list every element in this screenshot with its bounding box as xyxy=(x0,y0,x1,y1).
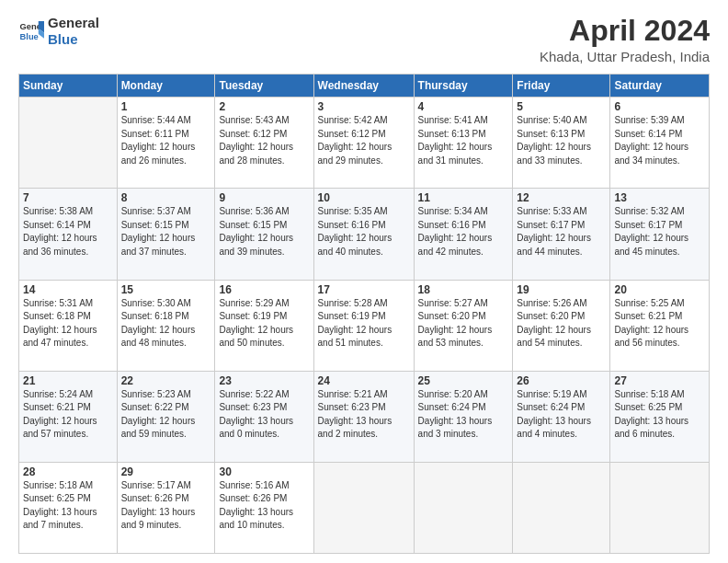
day-number: 11 xyxy=(418,191,509,204)
calendar-cell xyxy=(610,462,710,553)
day-info: Sunrise: 5:36 AM Sunset: 6:15 PM Dayligh… xyxy=(219,205,309,259)
day-info: Sunrise: 5:27 AM Sunset: 6:20 PM Dayligh… xyxy=(418,297,509,350)
col-thursday: Thursday xyxy=(414,75,513,98)
day-info: Sunrise: 5:19 AM Sunset: 6:24 PM Dayligh… xyxy=(517,388,606,442)
calendar-cell xyxy=(313,462,414,553)
calendar-week-row-2: 7Sunrise: 5:38 AM Sunset: 6:14 PM Daylig… xyxy=(19,189,710,280)
day-info: Sunrise: 5:24 AM Sunset: 6:21 PM Dayligh… xyxy=(23,388,113,442)
day-number: 30 xyxy=(219,465,309,478)
day-info: Sunrise: 5:35 AM Sunset: 6:16 PM Dayligh… xyxy=(318,205,410,259)
day-info: Sunrise: 5:26 AM Sunset: 6:20 PM Dayligh… xyxy=(517,297,606,350)
calendar-cell xyxy=(513,462,610,553)
day-info: Sunrise: 5:22 AM Sunset: 6:23 PM Dayligh… xyxy=(219,388,309,442)
subtitle: Khada, Uttar Pradesh, India xyxy=(540,49,710,64)
calendar-cell: 21Sunrise: 5:24 AM Sunset: 6:21 PM Dayli… xyxy=(19,371,118,462)
day-number: 26 xyxy=(517,374,606,387)
day-info: Sunrise: 5:44 AM Sunset: 6:11 PM Dayligh… xyxy=(121,114,211,167)
day-number: 23 xyxy=(219,374,309,387)
day-info: Sunrise: 5:31 AM Sunset: 6:18 PM Dayligh… xyxy=(23,297,113,350)
col-sunday: Sunday xyxy=(19,75,118,98)
calendar-cell: 2Sunrise: 5:43 AM Sunset: 6:12 PM Daylig… xyxy=(215,98,313,189)
calendar-cell: 12Sunrise: 5:33 AM Sunset: 6:17 PM Dayli… xyxy=(513,189,610,280)
day-info: Sunrise: 5:37 AM Sunset: 6:15 PM Dayligh… xyxy=(121,205,211,259)
day-info: Sunrise: 5:28 AM Sunset: 6:19 PM Dayligh… xyxy=(318,297,410,350)
day-number: 22 xyxy=(121,374,211,387)
day-info: Sunrise: 5:21 AM Sunset: 6:23 PM Dayligh… xyxy=(318,388,410,442)
day-info: Sunrise: 5:40 AM Sunset: 6:13 PM Dayligh… xyxy=(517,114,606,167)
calendar-cell: 22Sunrise: 5:23 AM Sunset: 6:22 PM Dayli… xyxy=(117,371,215,462)
day-number: 28 xyxy=(23,465,113,478)
day-info: Sunrise: 5:41 AM Sunset: 6:13 PM Dayligh… xyxy=(418,114,509,167)
day-number: 3 xyxy=(318,100,410,113)
calendar-week-row-5: 28Sunrise: 5:18 AM Sunset: 6:25 PM Dayli… xyxy=(19,462,710,553)
calendar-table: Sunday Monday Tuesday Wednesday Thursday… xyxy=(18,74,710,554)
calendar-cell: 7Sunrise: 5:38 AM Sunset: 6:14 PM Daylig… xyxy=(19,189,118,280)
day-info: Sunrise: 5:32 AM Sunset: 6:17 PM Dayligh… xyxy=(614,205,705,259)
day-number: 16 xyxy=(219,283,309,296)
calendar-cell: 15Sunrise: 5:30 AM Sunset: 6:18 PM Dayli… xyxy=(117,280,215,371)
calendar-cell: 27Sunrise: 5:18 AM Sunset: 6:25 PM Dayli… xyxy=(610,371,710,462)
day-number: 15 xyxy=(121,283,211,296)
calendar-cell: 6Sunrise: 5:39 AM Sunset: 6:14 PM Daylig… xyxy=(610,98,710,189)
day-number: 8 xyxy=(121,191,211,204)
calendar-cell: 20Sunrise: 5:25 AM Sunset: 6:21 PM Dayli… xyxy=(610,280,710,371)
day-info: Sunrise: 5:17 AM Sunset: 6:26 PM Dayligh… xyxy=(121,479,211,533)
day-info: Sunrise: 5:30 AM Sunset: 6:18 PM Dayligh… xyxy=(121,297,211,350)
day-info: Sunrise: 5:18 AM Sunset: 6:25 PM Dayligh… xyxy=(23,479,113,533)
calendar-cell: 25Sunrise: 5:20 AM Sunset: 6:24 PM Dayli… xyxy=(414,371,513,462)
calendar-cell: 14Sunrise: 5:31 AM Sunset: 6:18 PM Dayli… xyxy=(19,280,118,371)
calendar-cell: 26Sunrise: 5:19 AM Sunset: 6:24 PM Dayli… xyxy=(513,371,610,462)
calendar-cell: 28Sunrise: 5:18 AM Sunset: 6:25 PM Dayli… xyxy=(19,462,118,553)
day-number: 18 xyxy=(418,283,509,296)
day-number: 29 xyxy=(121,465,211,478)
calendar-cell: 11Sunrise: 5:34 AM Sunset: 6:16 PM Dayli… xyxy=(414,189,513,280)
day-number: 10 xyxy=(318,191,410,204)
page: General Blue General Blue April 2024 Kha… xyxy=(0,0,728,563)
day-number: 25 xyxy=(418,374,509,387)
calendar-week-row-3: 14Sunrise: 5:31 AM Sunset: 6:18 PM Dayli… xyxy=(19,280,710,371)
day-number: 7 xyxy=(23,191,113,204)
day-info: Sunrise: 5:39 AM Sunset: 6:14 PM Dayligh… xyxy=(614,114,705,167)
calendar-week-row-4: 21Sunrise: 5:24 AM Sunset: 6:21 PM Dayli… xyxy=(19,371,710,462)
day-info: Sunrise: 5:20 AM Sunset: 6:24 PM Dayligh… xyxy=(418,388,509,442)
day-number: 5 xyxy=(517,100,606,113)
calendar-cell: 5Sunrise: 5:40 AM Sunset: 6:13 PM Daylig… xyxy=(513,98,610,189)
logo-text: General Blue xyxy=(48,15,99,48)
calendar-cell xyxy=(414,462,513,553)
header: General Blue General Blue April 2024 Kha… xyxy=(18,15,710,64)
calendar-cell: 13Sunrise: 5:32 AM Sunset: 6:17 PM Dayli… xyxy=(610,189,710,280)
calendar-cell: 30Sunrise: 5:16 AM Sunset: 6:26 PM Dayli… xyxy=(215,462,313,553)
day-number: 13 xyxy=(614,191,705,204)
calendar-header-row: Sunday Monday Tuesday Wednesday Thursday… xyxy=(19,75,710,98)
day-number: 2 xyxy=(219,100,309,113)
day-info: Sunrise: 5:42 AM Sunset: 6:12 PM Dayligh… xyxy=(318,114,410,167)
main-title: April 2024 xyxy=(540,15,710,47)
day-number: 19 xyxy=(517,283,606,296)
day-info: Sunrise: 5:23 AM Sunset: 6:22 PM Dayligh… xyxy=(121,388,211,442)
col-saturday: Saturday xyxy=(610,75,710,98)
calendar-cell xyxy=(19,98,118,189)
day-number: 24 xyxy=(318,374,410,387)
calendar-cell: 19Sunrise: 5:26 AM Sunset: 6:20 PM Dayli… xyxy=(513,280,610,371)
day-info: Sunrise: 5:34 AM Sunset: 6:16 PM Dayligh… xyxy=(418,205,509,259)
day-number: 1 xyxy=(121,100,211,113)
calendar-cell: 23Sunrise: 5:22 AM Sunset: 6:23 PM Dayli… xyxy=(215,371,313,462)
day-number: 12 xyxy=(517,191,606,204)
calendar-cell: 16Sunrise: 5:29 AM Sunset: 6:19 PM Dayli… xyxy=(215,280,313,371)
day-info: Sunrise: 5:18 AM Sunset: 6:25 PM Dayligh… xyxy=(614,388,705,442)
day-info: Sunrise: 5:25 AM Sunset: 6:21 PM Dayligh… xyxy=(614,297,705,350)
day-info: Sunrise: 5:43 AM Sunset: 6:12 PM Dayligh… xyxy=(219,114,309,167)
calendar-cell: 29Sunrise: 5:17 AM Sunset: 6:26 PM Dayli… xyxy=(117,462,215,553)
day-number: 17 xyxy=(318,283,410,296)
calendar-cell: 9Sunrise: 5:36 AM Sunset: 6:15 PM Daylig… xyxy=(215,189,313,280)
day-info: Sunrise: 5:33 AM Sunset: 6:17 PM Dayligh… xyxy=(517,205,606,259)
col-monday: Monday xyxy=(117,75,215,98)
day-number: 4 xyxy=(418,100,509,113)
day-number: 20 xyxy=(614,283,705,296)
calendar-cell: 10Sunrise: 5:35 AM Sunset: 6:16 PM Dayli… xyxy=(313,189,414,280)
svg-text:Blue: Blue xyxy=(20,32,39,41)
calendar-cell: 8Sunrise: 5:37 AM Sunset: 6:15 PM Daylig… xyxy=(117,189,215,280)
calendar-cell: 4Sunrise: 5:41 AM Sunset: 6:13 PM Daylig… xyxy=(414,98,513,189)
title-block: April 2024 Khada, Uttar Pradesh, India xyxy=(540,15,710,64)
day-info: Sunrise: 5:29 AM Sunset: 6:19 PM Dayligh… xyxy=(219,297,309,350)
